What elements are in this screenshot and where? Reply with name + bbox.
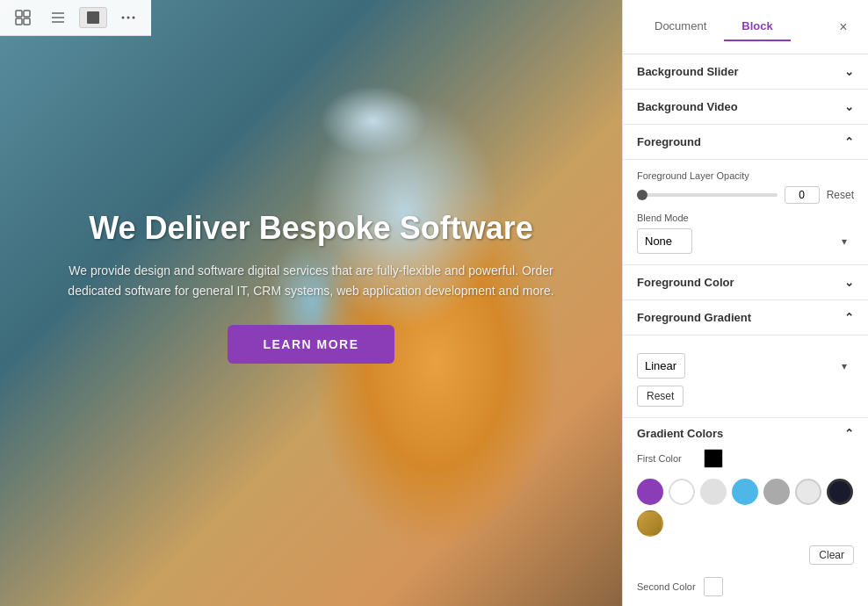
color-palette: [623, 473, 868, 545]
background-video-section[interactable]: Background Video ⌄: [623, 90, 868, 125]
gradient-type-select[interactable]: Linear Radial: [637, 353, 685, 379]
foreground-gradient-section[interactable]: Foreground Gradient ⌃: [623, 300, 868, 335]
gradient-type-row: Linear Radial: [637, 353, 854, 379]
palette-dark-navy[interactable]: [827, 479, 853, 505]
foreground-label: Foreground: [637, 135, 701, 148]
hero-content: We Deliver Bespoke Software We provide d…: [47, 209, 575, 364]
hero-subtitle: We provide design and software digital s…: [47, 261, 575, 300]
background-slider-section[interactable]: Background Slider ⌄: [623, 54, 868, 90]
palette-gold[interactable]: [637, 510, 663, 537]
gradient-colors-label: Gradient Colors: [637, 427, 723, 440]
tab-document[interactable]: Document: [637, 12, 724, 41]
hero-title: We Deliver Bespoke Software: [47, 209, 575, 247]
opacity-slider-row: Reset: [637, 186, 854, 204]
svg-rect-2: [16, 18, 22, 25]
palette-purple[interactable]: [637, 479, 663, 505]
foreground-gradient-body: Linear Radial Reset: [623, 335, 868, 418]
palette-very-light-gray[interactable]: [795, 479, 821, 505]
gradient-colors-chevron: ⌃: [844, 427, 854, 440]
gradient-colors-header: Gradient Colors ⌃: [623, 418, 868, 445]
foreground-color-label: Foreground Color: [637, 276, 734, 289]
first-color-label: First Color: [637, 453, 698, 464]
toolbar: [0, 0, 151, 36]
block-layout-button[interactable]: [79, 7, 107, 28]
second-color-row: Second Color: [623, 572, 868, 605]
blend-mode-label: Blend Mode: [637, 213, 854, 223]
background-video-chevron: ⌄: [844, 100, 854, 113]
panel-header: Document Block ×: [623, 0, 868, 54]
close-button[interactable]: ×: [833, 17, 854, 38]
opacity-label: Foreground Layer Opacity: [637, 170, 854, 181]
background-video-label: Background Video: [637, 100, 738, 113]
second-color-label: Second Color: [637, 581, 698, 592]
tab-block[interactable]: Block: [724, 12, 790, 41]
gradient-type-select-wrapper: Linear Radial: [637, 353, 854, 379]
palette-light-gray[interactable]: [700, 479, 727, 505]
learn-more-button[interactable]: LEARN MORE: [228, 325, 394, 364]
blend-mode-select-wrapper: None Multiply Screen Overlay: [637, 228, 854, 254]
background-slider-label: Background Slider: [637, 65, 739, 78]
background-slider-chevron: ⌄: [844, 65, 854, 78]
main-content-area: We Deliver Bespoke Software We provide d…: [0, 0, 622, 606]
opacity-value-input[interactable]: [785, 186, 820, 204]
more-options-button[interactable]: [114, 7, 142, 28]
foreground-gradient-label: Foreground Gradient: [637, 311, 751, 324]
svg-rect-7: [87, 11, 99, 24]
svg-rect-3: [24, 18, 30, 25]
svg-point-8: [122, 17, 125, 19]
svg-rect-1: [24, 11, 30, 17]
opacity-reset-link[interactable]: Reset: [827, 189, 854, 201]
second-color-swatch[interactable]: [704, 577, 723, 596]
palette-light-blue[interactable]: [732, 479, 758, 505]
opacity-slider[interactable]: [637, 193, 778, 197]
first-color-clear-button[interactable]: Clear: [809, 545, 854, 565]
svg-point-9: [127, 17, 130, 19]
list-layout-button[interactable]: [44, 7, 72, 28]
palette-white[interactable]: [669, 479, 695, 505]
first-color-row: First Color: [623, 445, 868, 472]
settings-panel: Document Block × Background Slider ⌄ Bac…: [622, 0, 868, 606]
palette-gray[interactable]: [763, 479, 790, 505]
foreground-color-section[interactable]: Foreground Color ⌄: [623, 265, 868, 300]
svg-rect-0: [16, 11, 22, 17]
blend-mode-select[interactable]: None Multiply Screen Overlay: [637, 228, 692, 254]
svg-point-10: [133, 17, 135, 19]
foreground-color-chevron: ⌄: [844, 276, 854, 289]
foreground-chevron: ⌃: [844, 135, 854, 148]
first-color-swatch[interactable]: [704, 449, 723, 468]
foreground-section[interactable]: Foreground ⌃: [623, 125, 868, 160]
foreground-gradient-chevron: ⌃: [844, 311, 854, 324]
foreground-body: Foreground Layer Opacity Reset Blend Mod…: [623, 160, 868, 265]
grid-layout-button[interactable]: [9, 7, 37, 28]
gradient-reset-button[interactable]: Reset: [637, 386, 684, 407]
